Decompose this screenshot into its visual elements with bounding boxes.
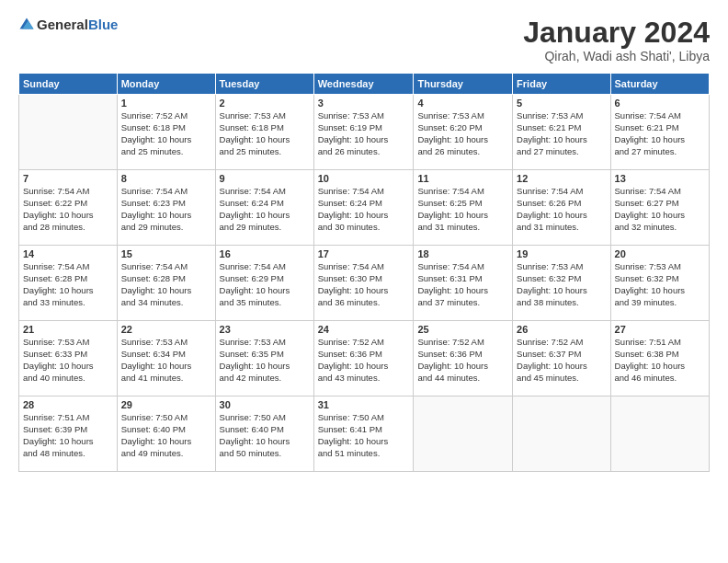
day-number: 26 — [517, 324, 606, 335]
calendar-cell: 18Sunrise: 7:54 AM Sunset: 6:31 PM Dayli… — [414, 246, 513, 321]
cell-content: Sunrise: 7:50 AM Sunset: 6:40 PM Dayligh… — [220, 412, 310, 459]
day-number: 24 — [318, 324, 410, 335]
column-header-thursday: Thursday — [414, 74, 513, 95]
calendar-cell: 16Sunrise: 7:54 AM Sunset: 6:29 PM Dayli… — [215, 246, 313, 321]
calendar-cell — [19, 95, 118, 170]
cell-content: Sunrise: 7:53 AM Sunset: 6:21 PM Dayligh… — [517, 110, 606, 157]
calendar-cell: 27Sunrise: 7:51 AM Sunset: 6:38 PM Dayli… — [610, 321, 709, 396]
cell-content: Sunrise: 7:53 AM Sunset: 6:20 PM Dayligh… — [417, 110, 508, 157]
logo-icon — [18, 17, 35, 33]
column-header-tuesday: Tuesday — [215, 74, 313, 95]
week-row-5: 28Sunrise: 7:51 AM Sunset: 6:39 PM Dayli… — [19, 396, 710, 472]
calendar-cell — [610, 396, 709, 472]
week-row-2: 7Sunrise: 7:54 AM Sunset: 6:22 PM Daylig… — [19, 170, 710, 246]
cell-content: Sunrise: 7:53 AM Sunset: 6:32 PM Dayligh… — [517, 261, 606, 308]
logo-general-text: General — [37, 17, 88, 32]
calendar-cell: 23Sunrise: 7:53 AM Sunset: 6:35 PM Dayli… — [215, 321, 313, 396]
day-number: 17 — [318, 248, 410, 259]
column-header-saturday: Saturday — [610, 74, 709, 95]
header-row: SundayMondayTuesdayWednesdayThursdayFrid… — [19, 74, 710, 95]
calendar-cell: 3Sunrise: 7:53 AM Sunset: 6:19 PM Daylig… — [313, 95, 414, 170]
cell-content: Sunrise: 7:53 AM Sunset: 6:18 PM Dayligh… — [220, 110, 310, 157]
cell-content: Sunrise: 7:54 AM Sunset: 6:28 PM Dayligh… — [23, 261, 113, 308]
day-number: 9 — [220, 173, 310, 184]
logo-blue-text: Blue — [88, 17, 119, 32]
cell-content: Sunrise: 7:53 AM Sunset: 6:33 PM Dayligh… — [23, 337, 113, 384]
day-number: 18 — [417, 248, 508, 259]
cell-content: Sunrise: 7:52 AM Sunset: 6:18 PM Dayligh… — [121, 110, 211, 157]
cell-content: Sunrise: 7:54 AM Sunset: 6:23 PM Dayligh… — [121, 186, 211, 233]
cell-content: Sunrise: 7:53 AM Sunset: 6:34 PM Dayligh… — [121, 337, 211, 384]
calendar-cell: 2Sunrise: 7:53 AM Sunset: 6:18 PM Daylig… — [215, 95, 313, 170]
cell-content: Sunrise: 7:54 AM Sunset: 6:29 PM Dayligh… — [220, 261, 310, 308]
week-row-4: 21Sunrise: 7:53 AM Sunset: 6:33 PM Dayli… — [19, 321, 710, 396]
cell-content: Sunrise: 7:51 AM Sunset: 6:38 PM Dayligh… — [615, 337, 705, 384]
day-number: 14 — [23, 248, 113, 259]
cell-content: Sunrise: 7:52 AM Sunset: 6:36 PM Dayligh… — [318, 337, 410, 384]
cell-content: Sunrise: 7:54 AM Sunset: 6:21 PM Dayligh… — [615, 110, 705, 157]
cell-content: Sunrise: 7:53 AM Sunset: 6:35 PM Dayligh… — [220, 337, 310, 384]
day-number: 29 — [121, 399, 211, 410]
month-title: January 2024 — [523, 17, 710, 49]
week-row-3: 14Sunrise: 7:54 AM Sunset: 6:28 PM Dayli… — [19, 246, 710, 321]
day-number: 10 — [318, 173, 410, 184]
day-number: 13 — [615, 173, 705, 184]
calendar-cell: 14Sunrise: 7:54 AM Sunset: 6:28 PM Dayli… — [19, 246, 118, 321]
calendar-cell: 26Sunrise: 7:52 AM Sunset: 6:37 PM Dayli… — [513, 321, 610, 396]
cell-content: Sunrise: 7:54 AM Sunset: 6:31 PM Dayligh… — [417, 261, 508, 308]
day-number: 31 — [318, 399, 410, 410]
calendar-cell: 13Sunrise: 7:54 AM Sunset: 6:27 PM Dayli… — [610, 170, 709, 246]
cell-content: Sunrise: 7:53 AM Sunset: 6:19 PM Dayligh… — [318, 110, 410, 157]
day-number: 15 — [121, 248, 211, 259]
calendar-cell: 31Sunrise: 7:50 AM Sunset: 6:41 PM Dayli… — [313, 396, 414, 472]
calendar-page: GeneralBlue January 2024 Qirah, Wadi ash… — [0, 0, 728, 563]
calendar-cell: 5Sunrise: 7:53 AM Sunset: 6:21 PM Daylig… — [513, 95, 610, 170]
location: Qirah, Wadi ash Shati', Libya — [523, 49, 710, 63]
calendar-cell — [414, 396, 513, 472]
day-number: 4 — [417, 98, 508, 109]
day-number: 28 — [23, 399, 113, 410]
day-number: 5 — [517, 98, 606, 109]
day-number: 11 — [417, 173, 508, 184]
calendar-cell: 21Sunrise: 7:53 AM Sunset: 6:33 PM Dayli… — [19, 321, 118, 396]
calendar-table: SundayMondayTuesdayWednesdayThursdayFrid… — [18, 73, 710, 472]
column-header-monday: Monday — [117, 74, 215, 95]
cell-content: Sunrise: 7:52 AM Sunset: 6:36 PM Dayligh… — [417, 337, 508, 384]
cell-content: Sunrise: 7:51 AM Sunset: 6:39 PM Dayligh… — [23, 412, 113, 459]
calendar-cell: 1Sunrise: 7:52 AM Sunset: 6:18 PM Daylig… — [117, 95, 215, 170]
cell-content: Sunrise: 7:54 AM Sunset: 6:24 PM Dayligh… — [318, 186, 410, 233]
calendar-cell: 19Sunrise: 7:53 AM Sunset: 6:32 PM Dayli… — [513, 246, 610, 321]
cell-content: Sunrise: 7:52 AM Sunset: 6:37 PM Dayligh… — [517, 337, 606, 384]
day-number: 7 — [23, 173, 113, 184]
day-number: 22 — [121, 324, 211, 335]
column-header-sunday: Sunday — [19, 74, 118, 95]
column-header-friday: Friday — [513, 74, 610, 95]
day-number: 23 — [220, 324, 310, 335]
day-number: 2 — [220, 98, 310, 109]
day-number: 25 — [417, 324, 508, 335]
calendar-cell: 10Sunrise: 7:54 AM Sunset: 6:24 PM Dayli… — [313, 170, 414, 246]
day-number: 6 — [615, 98, 705, 109]
cell-content: Sunrise: 7:50 AM Sunset: 6:41 PM Dayligh… — [318, 412, 410, 459]
logo: GeneralBlue — [18, 17, 118, 33]
day-number: 8 — [121, 173, 211, 184]
day-number: 20 — [615, 248, 705, 259]
calendar-cell: 22Sunrise: 7:53 AM Sunset: 6:34 PM Dayli… — [117, 321, 215, 396]
cell-content: Sunrise: 7:54 AM Sunset: 6:24 PM Dayligh… — [220, 186, 310, 233]
header: GeneralBlue January 2024 Qirah, Wadi ash… — [18, 17, 710, 63]
calendar-cell: 6Sunrise: 7:54 AM Sunset: 6:21 PM Daylig… — [610, 95, 709, 170]
calendar-cell: 20Sunrise: 7:53 AM Sunset: 6:32 PM Dayli… — [610, 246, 709, 321]
day-number: 12 — [517, 173, 606, 184]
cell-content: Sunrise: 7:54 AM Sunset: 6:26 PM Dayligh… — [517, 186, 606, 233]
title-block: January 2024 Qirah, Wadi ash Shati', Lib… — [523, 17, 710, 63]
cell-content: Sunrise: 7:54 AM Sunset: 6:27 PM Dayligh… — [615, 186, 705, 233]
calendar-cell: 11Sunrise: 7:54 AM Sunset: 6:25 PM Dayli… — [414, 170, 513, 246]
cell-content: Sunrise: 7:50 AM Sunset: 6:40 PM Dayligh… — [121, 412, 211, 459]
cell-content: Sunrise: 7:54 AM Sunset: 6:25 PM Dayligh… — [417, 186, 508, 233]
calendar-cell: 7Sunrise: 7:54 AM Sunset: 6:22 PM Daylig… — [19, 170, 118, 246]
calendar-cell: 8Sunrise: 7:54 AM Sunset: 6:23 PM Daylig… — [117, 170, 215, 246]
calendar-cell: 17Sunrise: 7:54 AM Sunset: 6:30 PM Dayli… — [313, 246, 414, 321]
calendar-cell: 15Sunrise: 7:54 AM Sunset: 6:28 PM Dayli… — [117, 246, 215, 321]
calendar-cell: 9Sunrise: 7:54 AM Sunset: 6:24 PM Daylig… — [215, 170, 313, 246]
day-number: 3 — [318, 98, 410, 109]
